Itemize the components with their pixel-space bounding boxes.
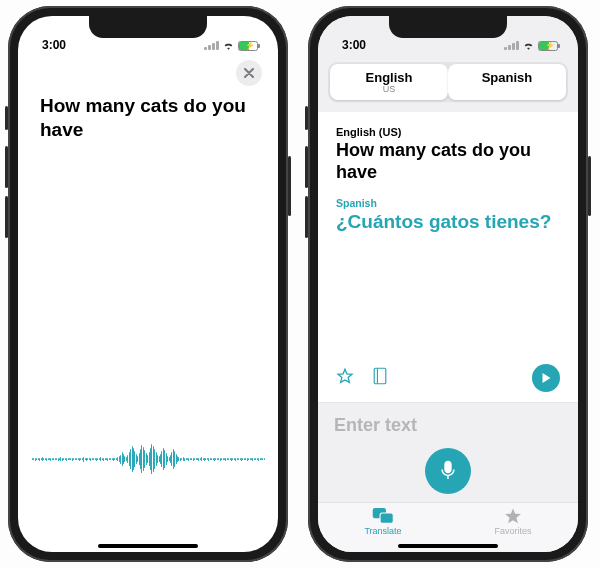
notch [389, 16, 507, 38]
source-lang-label: English (US) [336, 126, 560, 138]
favorite-star-icon[interactable] [336, 367, 354, 389]
target-language-tab[interactable]: Spanish [448, 64, 566, 100]
tab-translate-label: Translate [364, 526, 401, 536]
dictionary-book-icon[interactable] [372, 367, 388, 389]
input-area: Enter text [318, 402, 578, 502]
tab-favorites-label: Favorites [495, 526, 532, 536]
tab-translate[interactable]: Translate [364, 507, 401, 536]
audio-waveform [18, 444, 278, 474]
phone-translate-result: 3:00 ⚡ English US Spanish English [308, 6, 588, 562]
notch [89, 16, 207, 38]
svg-rect-0 [374, 368, 386, 383]
svg-rect-3 [380, 513, 393, 523]
status-time: 3:00 [42, 38, 66, 52]
play-audio-button[interactable] [532, 364, 560, 392]
target-language-label: Spanish [482, 70, 533, 85]
source-text: How many cats do you have [336, 140, 560, 183]
battery-icon: ⚡ [238, 41, 258, 51]
close-button[interactable] [236, 60, 262, 86]
status-time: 3:00 [342, 38, 366, 52]
target-lang-label: Spanish [336, 197, 560, 209]
source-language-tab[interactable]: English US [330, 64, 448, 100]
cellular-signal-icon [204, 41, 219, 50]
home-indicator[interactable] [98, 544, 198, 548]
dictation-text: How many cats do you have [40, 94, 256, 142]
target-text: ¿Cuántos gatos tienes? [336, 211, 560, 233]
text-input-placeholder[interactable]: Enter text [334, 415, 562, 436]
phone-voice-input: 3:00 ⚡ How many cats do you have [8, 6, 288, 562]
microphone-button[interactable] [425, 448, 471, 494]
source-language-sub: US [334, 84, 444, 94]
home-indicator[interactable] [398, 544, 498, 548]
wifi-icon [222, 39, 235, 52]
wifi-icon [522, 39, 535, 52]
cellular-signal-icon [504, 41, 519, 50]
source-language-label: English [366, 70, 413, 85]
tab-favorites[interactable]: Favorites [495, 507, 532, 536]
language-selector: English US Spanish [328, 62, 568, 102]
translation-card: English (US) How many cats do you have S… [318, 112, 578, 402]
battery-icon: ⚡ [538, 41, 558, 51]
